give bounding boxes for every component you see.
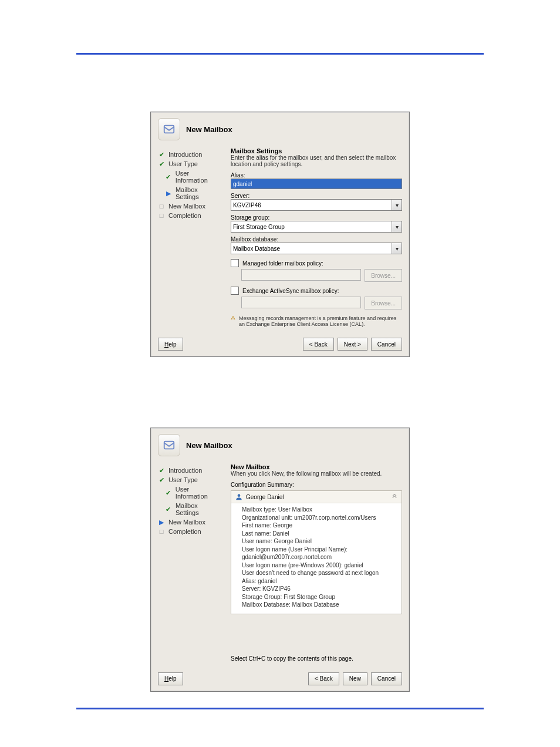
- activesync-policy-label: Exchange ActiveSync mailbox policy:: [242, 288, 339, 294]
- summary-line: User logon name (User Principal Name): g…: [242, 546, 397, 561]
- server-label: Server:: [231, 193, 402, 199]
- managed-policy-input: [241, 269, 361, 281]
- check-icon: ✔: [165, 506, 172, 513]
- cancel-button[interactable]: Cancel: [371, 672, 402, 685]
- mailbox-database-combobox[interactable]: Mailbox Database ▾: [231, 243, 402, 254]
- arrow-icon: ▶: [165, 190, 172, 197]
- check-icon: ✔: [158, 151, 165, 158]
- premium-note: Messaging records management is a premiu…: [239, 315, 402, 327]
- activesync-policy-browse-button: Browse...: [365, 297, 402, 309]
- managed-policy-label: Managed folder mailbox policy:: [242, 260, 323, 267]
- summary-line: Organizational unit: um2007r.corp.nortel…: [242, 514, 397, 522]
- step-mailbox-settings: Mailbox Settings: [176, 502, 222, 516]
- back-button[interactable]: < Back: [308, 672, 339, 685]
- box-icon: □: [158, 528, 165, 535]
- new-button[interactable]: New: [343, 672, 367, 685]
- check-icon: ✔: [165, 173, 172, 180]
- summary-line: Alias: gdaniel: [242, 577, 397, 586]
- wizard-dialog-new-mailbox: New Mailbox ✔Introduction ✔User Type ✔Us…: [150, 428, 410, 692]
- step-mailbox-settings: Mailbox Settings: [176, 186, 222, 200]
- step-completion: Completion: [168, 528, 201, 535]
- content-heading: New Mailbox: [231, 463, 402, 470]
- configuration-summary-box: George Daniel Mailbox type: User Mailbox…: [231, 490, 402, 614]
- summary-lines: Mailbox type: User Mailbox Organizationa…: [231, 503, 402, 614]
- summary-line: Server: KGVZIP46: [242, 585, 397, 593]
- server-combobox[interactable]: KGVZIP46 ▾: [231, 199, 402, 211]
- person-icon: [235, 493, 243, 501]
- wizard-dialog-mailbox-settings: New Mailbox ✔Introduction ✔User Type ✔Us…: [150, 112, 410, 357]
- box-icon: □: [158, 212, 165, 219]
- check-icon: ✔: [158, 160, 165, 167]
- step-user-type: User Type: [168, 160, 198, 167]
- next-button[interactable]: Next >: [338, 338, 367, 351]
- step-new-mailbox: New Mailbox: [168, 519, 205, 526]
- wizard-steps: ✔Introduction ✔User Type ✔User Informati…: [158, 463, 222, 662]
- back-button[interactable]: < Back: [303, 338, 334, 351]
- chevron-down-icon: ▾: [392, 221, 402, 232]
- summary-line: First name: George: [242, 521, 397, 530]
- content-heading: Mailbox Settings: [231, 147, 402, 154]
- wizard-steps: ✔Introduction ✔User Type ✔User Informati…: [158, 147, 222, 327]
- mailbox-wizard-icon: [158, 434, 180, 456]
- summary-line: User name: George Daniel: [242, 537, 397, 546]
- summary-line: Mailbox Database: Mailbox Database: [242, 601, 397, 609]
- activesync-policy-input: [241, 297, 361, 308]
- svg-rect-1: [164, 442, 174, 449]
- step-completion: Completion: [168, 212, 201, 219]
- check-icon: ✔: [165, 489, 172, 496]
- step-user-information: User Information: [176, 170, 222, 184]
- summary-line: Storage Group: First Storage Group: [242, 593, 397, 601]
- chevron-down-icon: ▾: [392, 200, 402, 210]
- mailbox-database-label: Mailbox database:: [231, 236, 402, 243]
- step-introduction: Introduction: [168, 151, 202, 158]
- arrow-icon: ▶: [158, 519, 165, 526]
- collapse-icon[interactable]: [391, 493, 398, 500]
- summary-line: Last name: Daniel: [242, 530, 397, 538]
- mailbox-wizard-icon: [158, 118, 180, 140]
- header-rule: [76, 53, 484, 55]
- copy-hint: Select Ctrl+C to copy the contents of th…: [231, 655, 402, 662]
- footer-rule: [76, 708, 484, 709]
- wizard-title: New Mailbox: [186, 441, 232, 450]
- warning-icon: [231, 315, 235, 324]
- check-icon: ✔: [158, 476, 165, 483]
- alias-input[interactable]: gdaniel: [231, 179, 402, 189]
- wizard-title: New Mailbox: [186, 125, 232, 134]
- help-button[interactable]: Help: [158, 338, 183, 351]
- summary-line: Mailbox type: User Mailbox: [242, 506, 397, 514]
- activesync-policy-checkbox[interactable]: [231, 287, 239, 295]
- step-new-mailbox: New Mailbox: [168, 203, 205, 210]
- storage-group-label: Storage group:: [231, 214, 402, 221]
- storage-group-combobox[interactable]: First Storage Group ▾: [231, 221, 402, 233]
- step-user-information: User Information: [176, 486, 222, 500]
- summary-line: User logon name (pre-Windows 2000): gdan…: [242, 561, 397, 570]
- svg-rect-0: [164, 126, 174, 133]
- summary-line: User doesn't need to change password at …: [242, 569, 397, 577]
- chevron-down-icon: ▾: [392, 243, 402, 254]
- content-subtext: When you click New, the following mailbo…: [231, 470, 402, 477]
- managed-policy-checkbox[interactable]: [231, 259, 239, 267]
- svg-point-2: [238, 494, 241, 497]
- cancel-button[interactable]: Cancel: [371, 338, 402, 351]
- box-icon: □: [158, 203, 165, 210]
- help-button[interactable]: Help: [158, 672, 183, 685]
- check-icon: ✔: [158, 467, 165, 474]
- step-user-type: User Type: [168, 476, 198, 483]
- content-subtext: Enter the alias for the mailbox user, an…: [231, 154, 402, 167]
- alias-label: Alias:: [231, 172, 402, 179]
- configuration-summary-label: Configuration Summary:: [231, 482, 402, 488]
- managed-policy-browse-button: Browse...: [365, 269, 402, 282]
- step-introduction: Introduction: [168, 467, 202, 474]
- summary-user-name: George Daniel: [246, 494, 284, 500]
